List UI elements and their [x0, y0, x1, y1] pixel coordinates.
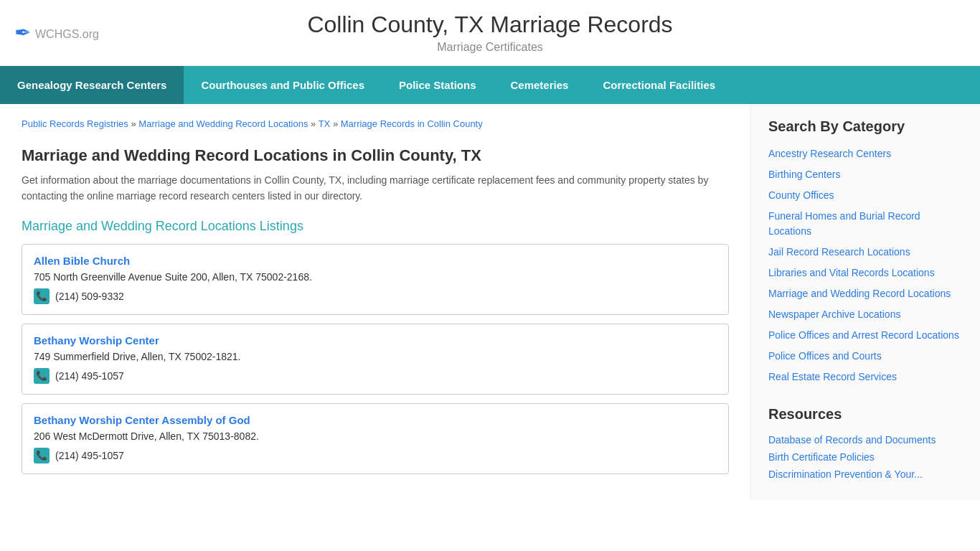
sidebar-link-funeral[interactable]: Funeral Homes and Burial Record Location… — [768, 210, 920, 237]
section-title: Marriage and Wedding Record Locations in… — [22, 146, 729, 165]
listing-address-1: 749 Summerfield Drive, Allen, TX 75002-1… — [34, 351, 717, 362]
listing-address-0: 705 North Greenville Avenue Suite 200, A… — [34, 271, 717, 283]
logo-area: ✒ WCHGS.org — [14, 21, 99, 44]
nav-courthouses-public-offices[interactable]: Courthouses and Public Offices — [184, 66, 382, 104]
breadcrumb-link-1[interactable]: Public Records Registries — [22, 118, 128, 129]
sidebar-link-birthing[interactable]: Birthing Centers — [768, 169, 840, 180]
resource-link-birth[interactable]: Birth Certificate Policies — [768, 451, 875, 463]
listing-name-1[interactable]: Bethany Worship Center — [34, 334, 717, 347]
sidebar: Search By Category Ancestry Research Cen… — [750, 104, 980, 500]
main-layout: Public Records Registries » Marriage and… — [0, 104, 980, 500]
breadcrumb-link-2[interactable]: Marriage and Wedding Record Locations — [138, 118, 308, 129]
main-nav: Genealogy Research Centers Courthouses a… — [0, 66, 980, 104]
sidebar-resources: Database of Records and Documents Birth … — [768, 434, 963, 480]
logo-icon: ✒ — [14, 21, 31, 44]
listing-phone-2: 📞 (214) 495-1057 — [34, 448, 717, 463]
nav-cemeteries[interactable]: Cemeteries — [494, 66, 586, 104]
nav-correctional-facilities[interactable]: Correctional Facilities — [585, 66, 732, 104]
list-item: Newspaper Archive Locations — [768, 307, 963, 322]
phone-icon-2: 📞 — [34, 448, 50, 463]
list-item: Jail Record Research Locations — [768, 245, 963, 260]
nav-police-stations[interactable]: Police Stations — [382, 66, 494, 104]
list-item: Real Estate Record Services — [768, 369, 963, 385]
list-item: County Offices — [768, 188, 963, 203]
sidebar-categories: Ancestry Research Centers Birthing Cente… — [768, 146, 963, 385]
listings-title: Marriage and Wedding Record Locations Li… — [22, 219, 729, 234]
listing-card: Bethany Worship Center Assembly of God 2… — [22, 403, 729, 474]
sidebar-link-libraries[interactable]: Libraries and Vital Records Locations — [768, 267, 935, 278]
listing-name-2[interactable]: Bethany Worship Center Assembly of God — [34, 414, 717, 426]
page-header: ✒ WCHGS.org Collin County, TX Marriage R… — [0, 0, 980, 66]
sidebar-link-jail[interactable]: Jail Record Research Locations — [768, 246, 910, 258]
resource-link-discrimination[interactable]: Discrimination Prevention & Your... — [768, 468, 923, 480]
phone-icon-1: 📞 — [34, 368, 50, 384]
listing-card: Allen Bible Church 705 North Greenville … — [22, 244, 729, 315]
list-item: Database of Records and Documents — [768, 434, 963, 446]
phone-icon-0: 📞 — [34, 288, 50, 304]
sidebar-link-ancestry[interactable]: Ancestry Research Centers — [768, 148, 891, 159]
listing-card: Bethany Worship Center 749 Summerfield D… — [22, 324, 729, 395]
sidebar-link-police-courts[interactable]: Police Offices and Courts — [768, 350, 882, 362]
resource-link-database[interactable]: Database of Records and Documents — [768, 434, 936, 446]
listing-phone-0: 📞 (214) 509-9332 — [34, 288, 717, 304]
section-desc: Get information about the marriage docum… — [22, 172, 729, 204]
list-item: Libraries and Vital Records Locations — [768, 265, 963, 281]
sidebar-link-county[interactable]: County Offices — [768, 189, 834, 201]
main-content: Public Records Registries » Marriage and… — [0, 104, 750, 500]
sidebar-resources-title: Resources — [768, 406, 963, 423]
logo-text: WCHGS.org — [35, 24, 99, 42]
breadcrumb: Public Records Registries » Marriage and… — [22, 118, 729, 129]
sidebar-category-title: Search By Category — [768, 118, 963, 135]
sidebar-link-marriage[interactable]: Marriage and Wedding Record Locations — [768, 288, 951, 299]
list-item: Funeral Homes and Burial Record Location… — [768, 209, 963, 239]
list-item: Marriage and Wedding Record Locations — [768, 286, 963, 301]
sidebar-link-newspaper[interactable]: Newspaper Archive Locations — [768, 309, 900, 320]
listing-phone-1: 📞 (214) 495-1057 — [34, 368, 717, 384]
list-item: Discrimination Prevention & Your... — [768, 468, 963, 480]
list-item: Ancestry Research Centers — [768, 146, 963, 161]
sidebar-link-police-arrest[interactable]: Police Offices and Arrest Record Locatio… — [768, 329, 959, 341]
page-subtitle: Marriage Certificates — [307, 41, 672, 54]
list-item: Birth Certificate Policies — [768, 451, 963, 463]
sidebar-link-real-estate[interactable]: Real Estate Record Services — [768, 371, 897, 382]
listing-name-0[interactable]: Allen Bible Church — [34, 255, 717, 267]
nav-genealogy-research-centers[interactable]: Genealogy Research Centers — [0, 66, 184, 104]
breadcrumb-link-4[interactable]: Marriage Records in Collin County — [341, 118, 483, 129]
breadcrumb-link-3[interactable]: TX — [319, 118, 331, 129]
page-title: Collin County, TX Marriage Records — [307, 11, 672, 38]
header-center: Collin County, TX Marriage Records Marri… — [307, 11, 672, 54]
list-item: Police Offices and Arrest Record Locatio… — [768, 328, 963, 343]
list-item: Birthing Centers — [768, 167, 963, 182]
listings-container: Allen Bible Church 705 North Greenville … — [22, 244, 729, 474]
listing-address-2: 206 West McDermott Drive, Allen, TX 7501… — [34, 430, 717, 442]
list-item: Police Offices and Courts — [768, 349, 963, 364]
